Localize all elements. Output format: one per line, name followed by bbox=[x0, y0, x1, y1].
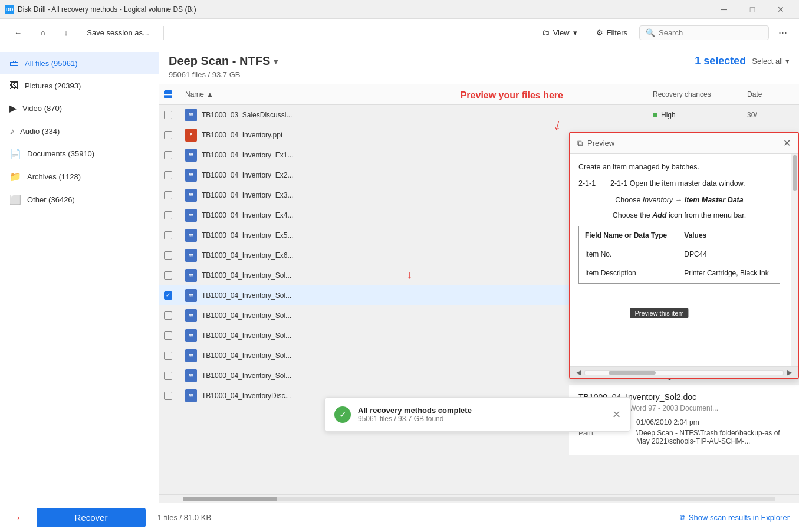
file-name: TB1000_04_Inventory_Ex2... bbox=[202, 171, 293, 179]
row-checkbox[interactable] bbox=[164, 311, 172, 320]
row-checkbox-checked[interactable]: ✓ bbox=[164, 291, 172, 300]
pictures-icon: 🖼 bbox=[9, 80, 19, 91]
col-header-name[interactable]: Name ▲ bbox=[185, 90, 653, 98]
row-checkbox[interactable] bbox=[164, 211, 172, 219]
file-icon: W bbox=[185, 269, 197, 282]
file-icon: W bbox=[185, 369, 197, 382]
row-checkbox[interactable] bbox=[164, 171, 172, 179]
preview-title-row: ⧉ Preview bbox=[577, 139, 614, 148]
more-options-button[interactable]: ··· bbox=[774, 24, 792, 41]
select-all-chevron: ▾ bbox=[785, 57, 790, 65]
sidebar-item-documents[interactable]: 📄 Documents (35910) bbox=[0, 142, 159, 165]
select-all-control[interactable]: Select all ▾ bbox=[752, 57, 790, 65]
row-checkbox[interactable] bbox=[164, 251, 172, 260]
preview-close-button[interactable]: ✕ bbox=[783, 137, 791, 149]
row-checkbox[interactable] bbox=[164, 131, 172, 139]
row-checkbox[interactable] bbox=[164, 231, 172, 239]
preview-hscrollbar-thumb[interactable] bbox=[609, 371, 656, 375]
filters-button[interactable]: ⚙ Filters bbox=[589, 25, 634, 41]
date-modified-value: 01/06/2010 2:04 pm bbox=[636, 418, 790, 426]
hscroll-thumb[interactable] bbox=[183, 497, 277, 501]
sidebar-item-all-files[interactable]: 🗃 All files (95061) bbox=[0, 52, 159, 74]
sidebar-item-other[interactable]: ⬜ Other (36426) bbox=[0, 188, 159, 211]
row-checkbox[interactable] bbox=[164, 111, 172, 119]
table-header: — Name ▲ Recovery chances Date bbox=[159, 84, 799, 105]
view-button[interactable]: 🗂 View ▾ bbox=[535, 25, 584, 41]
file-icon: W bbox=[185, 169, 197, 182]
save-icon: ↓ bbox=[64, 28, 68, 37]
row-checkbox[interactable] bbox=[164, 392, 172, 400]
file-cell: W TB1000_03_SalesDiscussi... bbox=[185, 109, 653, 121]
preview-body: Create an item managed by batches. 2-1-1… bbox=[570, 154, 798, 366]
sidebar-item-pictures[interactable]: 🖼 Pictures (20393) bbox=[0, 74, 159, 97]
selected-badge: 1 selected bbox=[695, 55, 746, 67]
minimize-button[interactable]: ─ bbox=[711, 0, 738, 19]
search-box[interactable]: 🔍 bbox=[639, 25, 769, 40]
preview-tooltip: Preview this item bbox=[630, 308, 688, 318]
preview-table-col1-header: Field Name or Data Type bbox=[579, 226, 678, 245]
chance-dot bbox=[653, 113, 657, 117]
bottom-bar: → Recover 1 files / 81.0 KB ⧉ Show scan … bbox=[0, 503, 799, 532]
preview-scrollbar-thumb[interactable] bbox=[793, 155, 797, 191]
notification-success-icon: ✓ bbox=[334, 406, 351, 423]
file-name: TB1000_04_Inventory_Sol... bbox=[202, 331, 291, 340]
documents-icon: 📄 bbox=[9, 148, 21, 159]
table-hscrollbar[interactable] bbox=[159, 494, 799, 503]
sidebar-item-archives[interactable]: 📁 Archives (1128) bbox=[0, 165, 159, 188]
notification-close-button[interactable]: ✕ bbox=[612, 408, 621, 421]
preview-nav-right[interactable]: ▶ bbox=[786, 369, 793, 376]
preview-table-col2-header: Values bbox=[678, 226, 780, 245]
scan-title-dropdown-icon[interactable]: ▾ bbox=[274, 57, 278, 66]
file-icon: W bbox=[185, 289, 197, 302]
select-all-checkbox[interactable]: — bbox=[164, 90, 172, 98]
home-button[interactable]: ⌂ bbox=[34, 25, 52, 41]
search-input[interactable] bbox=[659, 28, 759, 37]
sidebar-label-archives: Archives (1128) bbox=[27, 172, 81, 181]
file-name: TB1000_04_InventoryDisc... bbox=[202, 392, 291, 400]
row-checkbox[interactable] bbox=[164, 352, 172, 360]
show-explorer-link[interactable]: ⧉ Show scan results in Explorer bbox=[680, 513, 790, 523]
notification-text: All recovery methods complete 95061 file… bbox=[358, 406, 605, 423]
notification-banner: ✓ All recovery methods complete 95061 fi… bbox=[324, 397, 631, 432]
back-button[interactable]: ← bbox=[7, 25, 29, 41]
sidebar-item-audio[interactable]: ♪ Audio (334) bbox=[0, 120, 159, 142]
file-name: TB1000_04_Inventory_Ex3... bbox=[202, 191, 293, 199]
titlebar-left: DD Disk Drill - All recovery methods - L… bbox=[5, 5, 196, 14]
row-checkbox[interactable] bbox=[164, 271, 172, 280]
file-name: TB1000_04_Inventory_Ex6... bbox=[202, 251, 293, 260]
sidebar-item-video[interactable]: ▶ Video (870) bbox=[0, 97, 159, 120]
preview-nav-left[interactable]: ◀ bbox=[575, 369, 582, 376]
preview-table-cell: DPC44 bbox=[678, 245, 780, 264]
hscroll-track bbox=[183, 497, 775, 501]
maximize-button[interactable]: □ bbox=[739, 0, 766, 19]
close-button[interactable]: ✕ bbox=[767, 0, 794, 19]
file-icon: W bbox=[185, 209, 197, 222]
save-session-button[interactable]: Save session as... bbox=[80, 25, 156, 41]
preview-step: 2-1-1 2-1-1 Open the item master data wi… bbox=[578, 178, 780, 189]
row-checkbox[interactable] bbox=[164, 331, 172, 340]
file-icon: W bbox=[185, 149, 197, 162]
sidebar-label-video: Video (870) bbox=[22, 104, 62, 113]
row-checkbox[interactable] bbox=[164, 372, 172, 380]
titlebar: DD Disk Drill - All recovery methods - L… bbox=[0, 0, 799, 19]
file-name: TB1000_04_Inventory_Sol... bbox=[202, 372, 291, 380]
file-name: TB1000_04_Inventory_Sol... bbox=[202, 352, 291, 360]
step-number: 2-1-1 bbox=[578, 178, 608, 189]
file-name: TB1000_04_Inventory.ppt bbox=[202, 131, 282, 139]
view-icon: 🗂 bbox=[542, 28, 550, 37]
file-icon: W bbox=[185, 389, 197, 402]
save-download-button[interactable]: ↓ bbox=[57, 25, 75, 41]
content-header: Deep Scan - NTFS ▾ 1 selected Select all… bbox=[159, 47, 799, 84]
sidebar: 🗃 All files (95061) 🖼 Pictures (20393) ▶… bbox=[0, 47, 159, 503]
row-checkbox[interactable] bbox=[164, 151, 172, 159]
date-cell: 30/ bbox=[747, 111, 794, 119]
row-checkbox[interactable] bbox=[164, 191, 172, 199]
recover-button[interactable]: Recover bbox=[37, 508, 146, 527]
preview-hscrollbar[interactable] bbox=[584, 370, 784, 375]
file-icon: W bbox=[185, 189, 197, 202]
preview-scrollbar[interactable] bbox=[791, 154, 798, 366]
table-row[interactable]: W TB1000_03_SalesDiscussi... High 30/ bbox=[159, 105, 799, 125]
toolbar: ← ⌂ ↓ Save session as... 🗂 View ▾ ⚙ Filt… bbox=[0, 19, 799, 47]
files-size-label: 1 files / 81.0 KB bbox=[157, 513, 211, 522]
toolbar-separator bbox=[163, 26, 164, 40]
